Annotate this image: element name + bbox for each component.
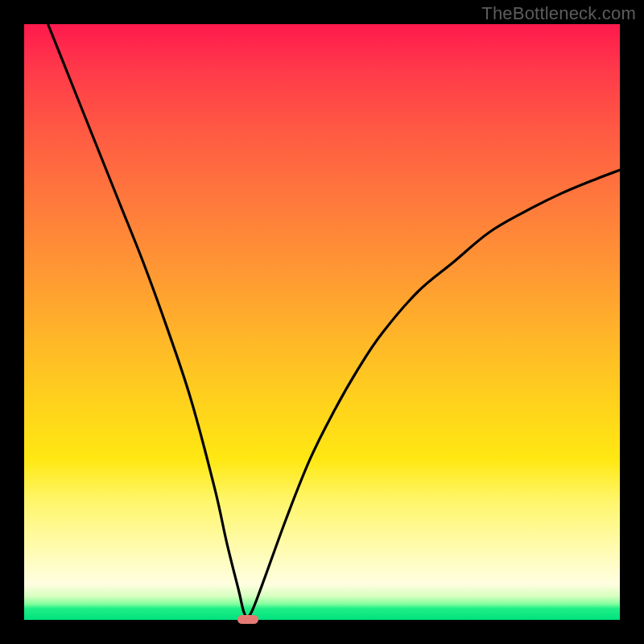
plot-area xyxy=(24,24,620,620)
minimum-marker xyxy=(237,615,258,624)
watermark-text: TheBottleneck.com xyxy=(481,3,636,24)
chart-frame: TheBottleneck.com xyxy=(0,0,644,644)
bottleneck-curve xyxy=(24,24,620,620)
